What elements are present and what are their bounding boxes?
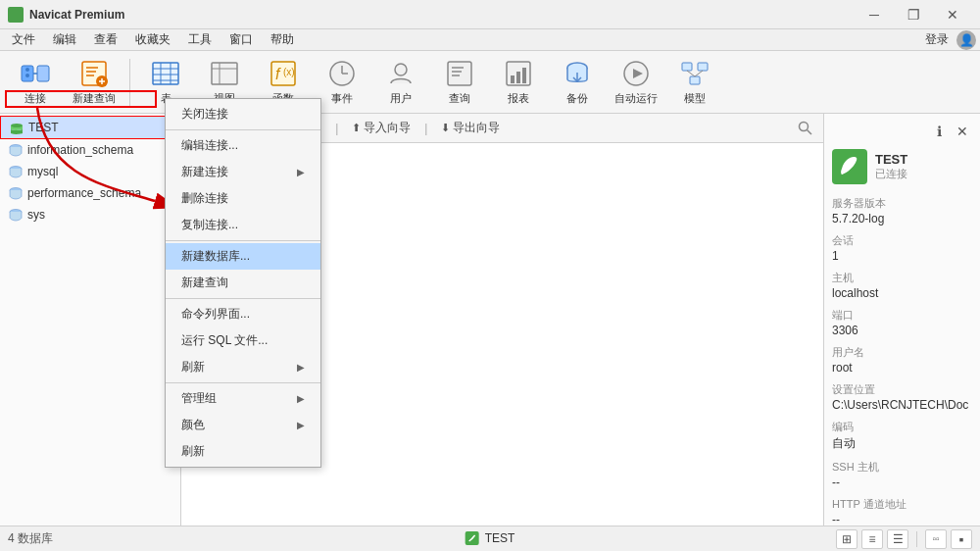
view-small-button[interactable]: ▫▫ (925, 529, 947, 549)
sidebar-item-mysql[interactable]: mysql (0, 161, 180, 182)
svg-line-43 (687, 71, 695, 76)
maximize-button[interactable]: ❐ (894, 0, 933, 29)
info-group-HTTP 通道地址: HTTP 通道地址-- (832, 497, 972, 526)
connect-label: 连接 (24, 91, 46, 106)
model-icon (679, 58, 710, 89)
view-grid-button[interactable]: ⊞ (836, 529, 858, 549)
user-icon: 👤 (956, 30, 976, 50)
title-bar-left: Navicat Premium (8, 7, 124, 23)
menu-item-文件[interactable]: 文件 (4, 29, 43, 50)
ctx-item-del-conn[interactable]: 删除连接 (166, 185, 320, 212)
view-list-button[interactable]: ≡ (861, 529, 883, 549)
main-layout: TESTinformation_schemamysqlperformance_s… (0, 114, 980, 526)
info-label-编码: 编码 (832, 420, 972, 434)
ctx-item-edit-conn[interactable]: 编辑连接... (166, 132, 320, 159)
toolbar-btn-query[interactable]: 查询 (432, 56, 487, 109)
menu-item-工具[interactable]: 工具 (180, 29, 220, 50)
info-group-服务器版本: 服务器版本5.7.20-log (832, 196, 972, 225)
info-label-会话: 会话 (832, 233, 972, 248)
toolbar-btn-autorun[interactable]: 自动运行 (609, 56, 663, 109)
svg-point-46 (11, 124, 23, 127)
info-icon-button[interactable]: ℹ (929, 122, 949, 141)
ctx-arrow-new-conn: ▶ (297, 167, 305, 177)
info-value-设置位置: C:\Users\RCNJTECH\Doc (832, 398, 972, 412)
ctx-item-close-conn[interactable]: 关闭连接 (166, 101, 320, 127)
menu-item-收藏夹[interactable]: 收藏夹 (127, 29, 178, 50)
toolbar-btn-backup[interactable]: 备份 (550, 56, 605, 109)
test-db-icon (9, 120, 24, 135)
menu-item-编辑[interactable]: 编辑 (45, 29, 84, 50)
server-info-header: TEST 已连接 (832, 149, 972, 184)
server-info-list: 服务器版本5.7.20-log会话1主机localhost端口3306用户名ro… (832, 196, 972, 526)
ctx-item-label-del-conn: 删除连接 (181, 190, 228, 207)
ctx-item-label-color: 颜色 (181, 417, 205, 433)
report-icon (503, 58, 534, 89)
ctx-item-new-db[interactable]: 新建数据库... (166, 243, 320, 270)
search-icon[interactable] (796, 119, 815, 138)
info-group-SSH 主机: SSH 主机-- (832, 460, 972, 489)
close-panel-button[interactable]: ✕ (953, 122, 972, 141)
info-group-端口: 端口3306 (832, 308, 972, 337)
ctx-item-new-conn[interactable]: 新建连接▶ (166, 159, 320, 185)
func-icon: f(x) (268, 58, 299, 89)
ctx-item-cmd[interactable]: 命令列界面... (166, 301, 320, 327)
toolbar-btn-user[interactable]: 用户 (373, 56, 428, 109)
content-btn-icon-2: ⬆ (352, 122, 361, 134)
info-label-服务器版本: 服务器版本 (832, 196, 972, 211)
content-btn-3[interactable]: ⬇导出向导 (433, 117, 508, 139)
toolbar-btn-report[interactable]: 报表 (491, 56, 546, 109)
sidebar-item-perf_schema[interactable]: performance_schema (0, 182, 180, 204)
ctx-item-run-sql[interactable]: 运行 SQL 文件... (166, 327, 320, 354)
toolbar-btn-new-query[interactable]: 新建查询 (67, 56, 122, 109)
info-value-HTTP 通道地址: -- (832, 513, 972, 526)
ctx-item-label-close-conn: 关闭连接 (181, 106, 228, 123)
event-icon (326, 58, 358, 89)
svg-point-3 (25, 68, 29, 72)
ctx-item-refresh[interactable]: 刷新▶ (166, 354, 320, 380)
info-label-SSH 主机: SSH 主机 (832, 460, 972, 475)
ctx-item-manage-group[interactable]: 管理组▶ (166, 385, 320, 412)
status-bar-left: 4 数据库 (8, 530, 53, 547)
svg-line-44 (695, 71, 703, 76)
svg-rect-35 (522, 68, 526, 83)
toolbar-btn-connect[interactable]: 连接 (8, 56, 63, 109)
ctx-item-refresh2[interactable]: 刷新 (166, 438, 320, 465)
sidebar-item-info_schema[interactable]: information_schema (0, 139, 180, 161)
autorun-icon (620, 58, 652, 89)
ctx-arrow-color: ▶ (297, 420, 305, 430)
new-query-label: 新建查询 (73, 91, 116, 106)
ctx-item-color[interactable]: 颜色▶ (166, 412, 320, 438)
ctx-item-label-refresh2: 刷新 (181, 443, 205, 460)
info-value-编码: 自动 (832, 435, 972, 452)
query-label: 查询 (449, 91, 470, 106)
menu-item-帮助[interactable]: 帮助 (263, 29, 302, 50)
close-button[interactable]: ✕ (933, 0, 972, 29)
svg-rect-2 (37, 66, 49, 81)
menu-item-查看[interactable]: 查看 (86, 29, 125, 50)
status-bar-right: ⊞ ≡ ☰ ▫▫ ▪ (836, 529, 972, 549)
svg-rect-42 (690, 76, 700, 84)
backup-icon (562, 58, 593, 89)
info-group-设置位置: 设置位置C:\Users\RCNJTECH\Doc (832, 382, 972, 412)
toolbar-btn-model[interactable]: 模型 (667, 56, 722, 109)
ctx-item-new-query[interactable]: 新建查询 (166, 270, 320, 296)
menu-item-窗口[interactable]: 窗口 (221, 29, 261, 50)
minimize-button[interactable]: ─ (855, 0, 894, 29)
info-label-HTTP 通道地址: HTTP 通道地址 (832, 497, 972, 512)
backup-label: 备份 (566, 91, 588, 106)
ctx-item-copy-conn[interactable]: 复制连接... (166, 212, 320, 238)
content-btn-2[interactable]: ⬆导入向导 (344, 117, 418, 139)
sidebar-item-sys[interactable]: sys (0, 204, 180, 225)
login-button[interactable]: 登录 (925, 31, 949, 48)
toolbar-btn-event[interactable]: 事件 (315, 56, 369, 109)
view-large-button[interactable]: ▪ (951, 529, 972, 549)
info-value-SSH 主机: -- (832, 476, 972, 489)
perf_schema-label: performance_schema (27, 186, 141, 200)
info-label-设置位置: 设置位置 (832, 382, 972, 397)
svg-rect-33 (511, 75, 514, 83)
ctx-sep-sep1 (166, 129, 320, 130)
sidebar-item-test[interactable]: TEST (0, 116, 180, 139)
content-btn-icon-3: ⬇ (441, 122, 450, 134)
content-toolbar-sep-2: | (335, 122, 338, 135)
view-detail-button[interactable]: ☰ (887, 529, 908, 549)
